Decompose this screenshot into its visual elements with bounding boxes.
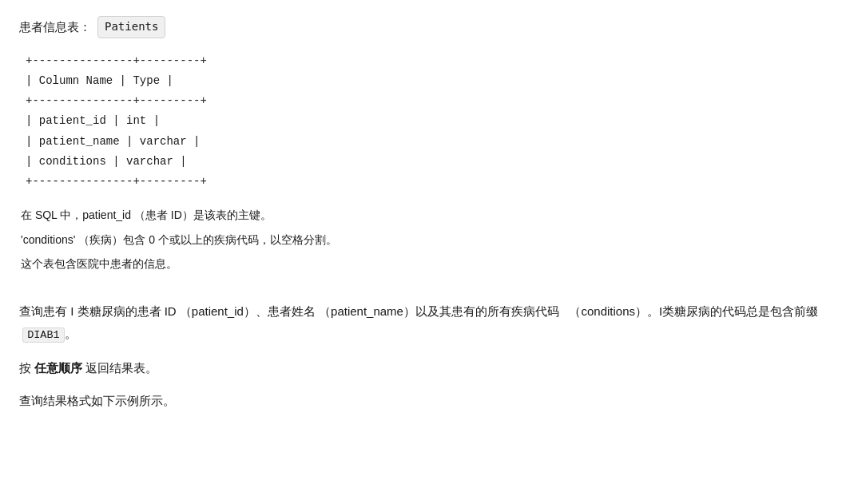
- query-para2-prefix: 按: [19, 361, 31, 375]
- schema-line-1: +---------------+---------+: [26, 51, 827, 71]
- header-row: 患者信息表： Patients: [19, 16, 827, 38]
- schema-desc-3: 这个表包含医院中患者的信息。: [19, 253, 827, 275]
- schema-block: +---------------+---------+ | Column Nam…: [19, 51, 827, 192]
- table-label: 患者信息表：: [19, 17, 91, 38]
- schema-desc-2: 'conditions' （疾病）包含 0 个或以上的疾病代码，以空格分割。: [19, 229, 827, 251]
- query-para1-text2b: （conditions）。I类糖尿病的代码总是包含前缀: [569, 304, 818, 318]
- schema-line-3: +---------------+---------+: [26, 91, 827, 111]
- query-para-2: 按 任意顺序 返回结果表。: [19, 357, 827, 379]
- query-para1-text3: 。: [65, 327, 77, 340]
- query-para-1: 查询患有 I 类糖尿病的患者 ID （patient_id）、患者姓名 （pat…: [19, 300, 827, 346]
- query-para2-bold: 任意顺序: [34, 361, 82, 375]
- query-para2-suffix: 返回结果表。: [85, 361, 157, 375]
- schema-desc-1: 在 SQL 中，patient_id （患者 ID）是该表的主键。: [19, 204, 827, 226]
- schema-line-5: | patient_name | varchar |: [26, 132, 827, 152]
- query-para1-text1: 查询患有 I 类糖尿病的患者 ID （patient_id）、患者姓名 （pat…: [19, 304, 559, 318]
- schema-line-2: | Column Name | Type |: [26, 71, 827, 91]
- schema-line-4: | patient_id | int |: [26, 111, 827, 131]
- schema-line-7: +---------------+---------+: [26, 172, 827, 192]
- query-para-3: 查询结果格式如下示例所示。: [19, 390, 827, 412]
- table-name-badge: Patients: [97, 16, 165, 38]
- schema-line-6: | conditions | varchar |: [26, 152, 827, 172]
- query-diab1-code: DIAB1: [22, 327, 65, 343]
- query-para1-text2: [562, 304, 566, 318]
- query-section: 查询患有 I 类糖尿病的患者 ID （patient_id）、患者姓名 （pat…: [19, 300, 827, 412]
